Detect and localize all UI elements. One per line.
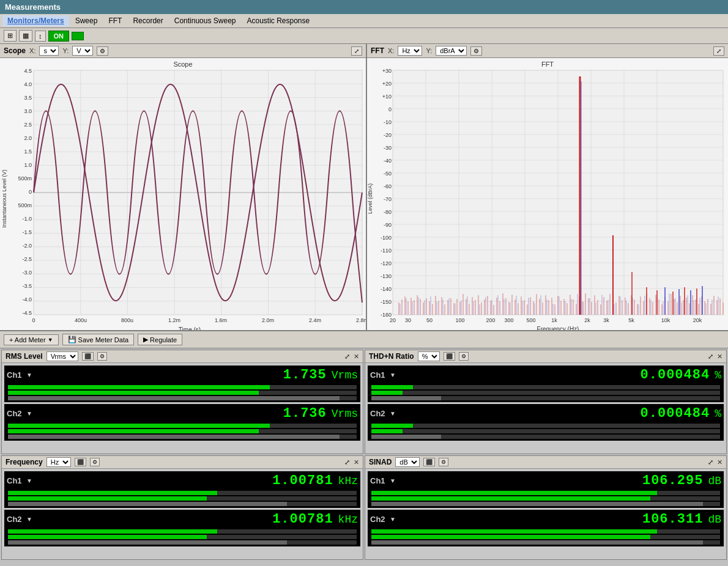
save-icon: 💾	[68, 336, 76, 344]
freq-ch1-value: 1.00781	[272, 473, 333, 488]
svg-text:500: 500	[526, 317, 535, 323]
frequency-expand-btn[interactable]: ⤢	[344, 458, 350, 466]
rms-expand-btn[interactable]: ⤢	[344, 353, 350, 361]
svg-text:2.0m: 2.0m	[262, 317, 274, 323]
svg-text:-150: -150	[381, 299, 392, 305]
svg-text:3k: 3k	[603, 317, 609, 323]
thd-ch1-dropdown[interactable]: ▼	[390, 372, 396, 378]
thd-expand-btn[interactable]: ⤢	[708, 353, 713, 361]
rms-ch2-bar2	[8, 429, 357, 433]
svg-text:5k: 5k	[628, 317, 634, 323]
sinad-body: Ch1 ▼ 106.295 dB Ch2 ▼	[365, 469, 726, 559]
scope-expand-button[interactable]: ⤢	[351, 46, 362, 56]
charts-area: Scope X: s Y: V ⚙ ⤢ Scope	[0, 44, 728, 331]
rms-ch2-dropdown[interactable]: ▼	[26, 410, 32, 417]
svg-text:-140: -140	[381, 286, 392, 292]
svg-text:-3.5: -3.5	[22, 283, 32, 289]
rms-ch1-value: 1.735	[283, 367, 327, 383]
svg-text:-90: -90	[384, 222, 392, 228]
menu-fft[interactable]: FFT	[103, 15, 127, 26]
add-meter-dropdown-icon[interactable]: ▼	[48, 337, 53, 343]
rms-ch1-bars	[7, 385, 358, 400]
save-meter-button[interactable]: 💾 Save Meter Data	[62, 334, 135, 345]
meters-grid: RMS Level Vrms ⬛ ⚙ ⤢ ✕ Ch1 ▼ 1.735 Vrms	[0, 348, 728, 561]
rms-close-btn[interactable]: ✕	[354, 353, 359, 361]
freq-ch2-label: Ch2	[7, 515, 26, 524]
scope-panel: Scope X: s Y: V ⚙ ⤢ Scope	[0, 44, 367, 330]
svg-text:200: 200	[486, 317, 495, 323]
toolbar-btn-1[interactable]: ⊞	[4, 30, 17, 42]
sinad-ch2-bar1	[371, 529, 720, 534]
thd-panel: THD+N Ratio % ⬛ ⚙ ⤢ ✕ Ch1 ▼ 0.000484 %	[365, 350, 727, 454]
sinad-ch2-unit: dB	[708, 513, 721, 526]
freq-ch2-value: 1.00781	[272, 512, 333, 527]
freq-ch2-header: Ch2 ▼ 1.00781 kHz	[7, 512, 358, 527]
rms-ch2-row: Ch2 ▼ 1.736 Vrms	[4, 404, 360, 441]
svg-text:3.5: 3.5	[24, 95, 32, 101]
svg-text:-130: -130	[381, 273, 392, 279]
scope-chart-container: Scope	[0, 58, 366, 330]
rms-ch1-bar2	[8, 391, 357, 395]
meters-toolbar: + Add Meter ▼ 💾 Save Meter Data ▶ Regula…	[0, 331, 728, 348]
rms-ch1-dropdown[interactable]: ▼	[26, 372, 32, 378]
fft-x-unit[interactable]: Hz	[398, 46, 422, 56]
menu-sweep[interactable]: Sweep	[70, 15, 103, 26]
scope-title: Scope	[4, 46, 26, 55]
scope-y-unit[interactable]: V	[72, 46, 93, 56]
toolbar-btn-3[interactable]: ↕	[35, 31, 46, 42]
rms-settings-btn[interactable]: ⚙	[97, 352, 107, 361]
toolbar-btn-2[interactable]: ▦	[19, 30, 32, 42]
thd-settings-btn[interactable]: ⚙	[459, 352, 469, 361]
svg-text:1k: 1k	[551, 317, 557, 323]
thd-close-btn[interactable]: ✕	[717, 353, 722, 361]
rms-unit-select[interactable]: Vrms	[46, 351, 78, 361]
thd-unit-select[interactable]: %	[418, 351, 440, 361]
svg-text:-120: -120	[381, 260, 392, 266]
sinad-export-btn[interactable]: ⬛	[423, 458, 435, 466]
freq-ch1-header: Ch1 ▼ 1.00781 kHz	[7, 473, 358, 488]
rms-ch2-value: 1.736	[283, 406, 327, 421]
freq-ch2-bars	[7, 529, 358, 545]
svg-text:400u: 400u	[75, 317, 87, 323]
freq-ch1-bar2	[8, 496, 357, 501]
thd-ch1-label: Ch1	[370, 370, 390, 380]
svg-text:1.2m: 1.2m	[168, 317, 180, 323]
sinad-expand-btn[interactable]: ⤢	[708, 458, 713, 466]
rms-ch1-bar3	[8, 396, 357, 400]
rms-title: RMS Level	[6, 352, 43, 361]
frequency-export-btn[interactable]: ⬛	[75, 458, 86, 466]
sinad-ch2-dropdown[interactable]: ▼	[390, 516, 396, 523]
sinad-ch1-dropdown[interactable]: ▼	[390, 477, 396, 484]
menu-monitors-meters[interactable]: Monitors/Meters	[2, 15, 69, 26]
sinad-settings-btn[interactable]: ⚙	[439, 458, 448, 466]
menu-continuous-sweep[interactable]: Continuous Sweep	[169, 15, 241, 26]
frequency-unit-select[interactable]: Hz	[46, 457, 71, 467]
thd-ch2-dropdown[interactable]: ▼	[390, 410, 396, 417]
svg-text:1.6m: 1.6m	[215, 317, 227, 323]
thd-body: Ch1 ▼ 0.000484 % Ch2 ▼	[365, 363, 726, 454]
rms-ch1-unit: Vrms	[332, 369, 358, 381]
add-meter-button[interactable]: + Add Meter ▼	[4, 334, 59, 345]
freq-ch1-dropdown[interactable]: ▼	[26, 477, 32, 484]
rms-export-btn[interactable]: ⬛	[82, 352, 94, 361]
frequency-settings-btn[interactable]: ⚙	[90, 458, 100, 466]
sinad-unit-select[interactable]: dB	[395, 457, 420, 467]
menu-recorder[interactable]: Recorder	[128, 15, 168, 26]
sinad-ch1-label: Ch1	[370, 476, 390, 485]
scope-y-label: Y:	[62, 47, 69, 54]
scope-x-unit[interactable]: s	[39, 46, 59, 56]
menu-acoustic-response[interactable]: Acoustic Response	[242, 15, 314, 26]
fft-settings-button[interactable]: ⚙	[470, 46, 482, 56]
rms-ch2-bar3	[8, 435, 357, 439]
fft-y-unit[interactable]: dBrA	[436, 46, 467, 56]
fft-expand-button[interactable]: ⤢	[713, 46, 724, 56]
freq-ch1-label: Ch1	[7, 476, 26, 485]
sinad-close-btn[interactable]: ✕	[717, 458, 722, 466]
on-button[interactable]: ON	[48, 31, 70, 42]
freq-ch2-dropdown[interactable]: ▼	[26, 516, 32, 523]
thd-export-btn[interactable]: ⬛	[444, 352, 455, 361]
frequency-title: Frequency	[6, 458, 43, 466]
regulate-button[interactable]: ▶ Regulate	[138, 334, 182, 345]
scope-settings-button[interactable]: ⚙	[97, 46, 108, 56]
frequency-close-btn[interactable]: ✕	[354, 458, 359, 466]
